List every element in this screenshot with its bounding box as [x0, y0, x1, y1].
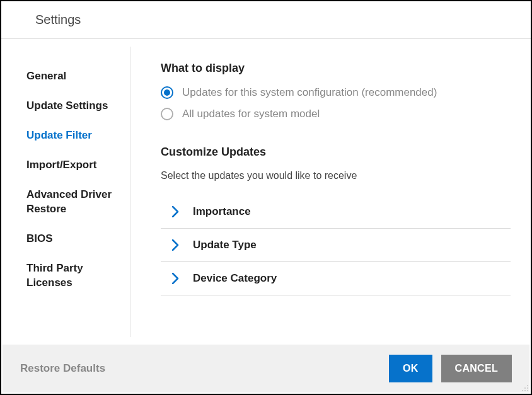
section-heading-display: What to display [161, 62, 511, 75]
dialog-footer: Restore Defaults OK CANCEL [3, 345, 529, 392]
radio-icon [161, 108, 173, 120]
cancel-button[interactable]: CANCEL [441, 355, 512, 382]
expander-device-category[interactable]: Device Category [161, 262, 511, 295]
resize-grip-icon[interactable] [521, 384, 529, 392]
svg-point-4 [524, 390, 526, 391]
chevron-right-icon [172, 206, 179, 217]
sidebar-item-label: Third Party Licenses [26, 262, 83, 289]
section-heading-customize: Customize Updates [161, 146, 511, 159]
sidebar-item-label: Import/Export [26, 159, 96, 171]
sidebar-item-label: General [26, 70, 66, 82]
sidebar-item-label: Update Settings [26, 100, 108, 112]
svg-point-1 [524, 387, 526, 389]
radio-group-display: Updates for this system configuration (r… [161, 86, 511, 120]
svg-point-2 [527, 387, 528, 389]
sidebar: General Update Settings Update Filter Im… [1, 47, 130, 337]
expander-label: Update Type [193, 239, 257, 251]
sidebar-item-general[interactable]: General [26, 69, 121, 84]
sidebar-item-import-export[interactable]: Import/Export [26, 158, 121, 173]
svg-point-5 [527, 390, 528, 391]
sidebar-item-update-settings[interactable]: Update Settings [26, 99, 121, 113]
svg-point-3 [522, 390, 523, 391]
sidebar-item-label: BIOS [26, 232, 53, 244]
main-panel: What to display Updates for this system … [130, 39, 531, 345]
sidebar-item-label: Advanced Driver Restore [26, 188, 112, 215]
ok-button[interactable]: OK [389, 355, 432, 382]
sidebar-item-label: Update Filter [26, 129, 92, 141]
sidebar-item-advanced-driver-restore[interactable]: Advanced Driver Restore [26, 188, 121, 217]
expander-importance[interactable]: Importance [161, 195, 511, 229]
radio-option-all-updates[interactable]: All updates for system model [161, 108, 511, 120]
radio-icon [161, 86, 173, 99]
sidebar-item-bios[interactable]: BIOS [26, 232, 121, 246]
restore-defaults-link[interactable]: Restore Defaults [20, 362, 105, 375]
chevron-right-icon [172, 239, 179, 251]
chevron-right-icon [172, 273, 179, 284]
page-title: Settings [35, 13, 531, 27]
content-area: General Update Settings Update Filter Im… [1, 39, 531, 345]
expander-update-type[interactable]: Update Type [161, 229, 511, 262]
svg-point-0 [527, 385, 528, 386]
expander-label: Device Category [193, 272, 277, 285]
radio-label: Updates for this system configuration (r… [182, 86, 437, 99]
radio-label: All updates for system model [182, 108, 320, 120]
dialog-header: Settings [1, 1, 531, 39]
radio-option-this-system[interactable]: Updates for this system configuration (r… [161, 86, 511, 99]
expander-label: Importance [193, 205, 251, 218]
sidebar-item-update-filter[interactable]: Update Filter [26, 129, 121, 143]
sidebar-item-third-party-licenses[interactable]: Third Party Licenses [26, 261, 121, 290]
customize-subtext: Select the updates you would like to rec… [161, 170, 511, 181]
